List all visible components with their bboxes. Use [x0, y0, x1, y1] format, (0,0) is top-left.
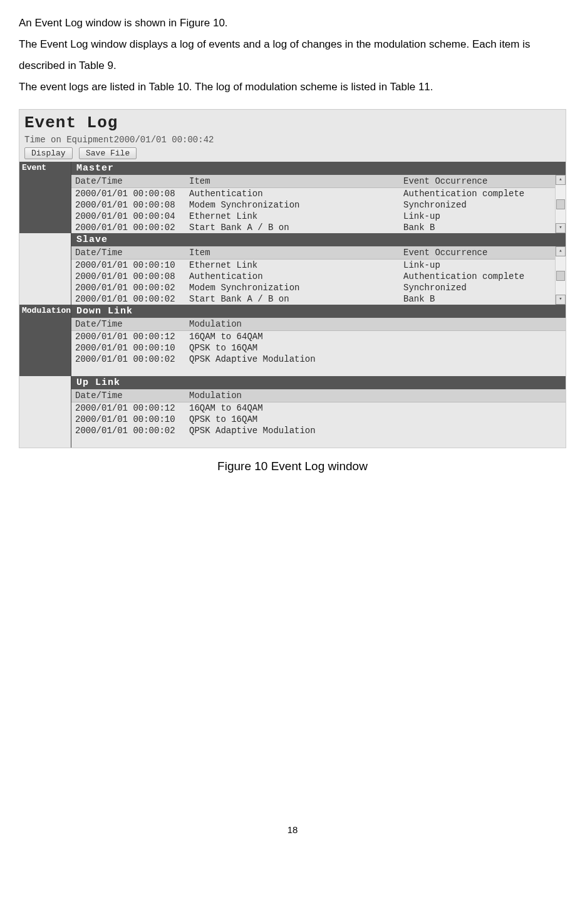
- table-row: 2000/01/01 00:00:10QPSK to 16QAM: [71, 414, 566, 425]
- col-event-occurrence: Event Occurrence: [400, 175, 555, 188]
- table-row: 2000/01/01 00:00:02QPSK Adaptive Modulat…: [71, 425, 566, 436]
- table-row: 2000/01/01 00:00:02Start Bank A / B onBa…: [71, 222, 555, 233]
- master-table: Date/Time Item Event Occurrence 2000/01/…: [71, 175, 555, 233]
- window-title: Event Log: [19, 110, 566, 134]
- col-modulation: Modulation: [185, 318, 566, 331]
- scroll-up-icon[interactable]: ▴: [556, 246, 566, 256]
- col-event-occurrence: Event Occurrence: [400, 246, 555, 260]
- scrollbar[interactable]: ▴ ▾: [555, 246, 566, 305]
- table-row: 2000/01/01 00:00:02Modem Synchronization…: [71, 282, 555, 293]
- col-datetime: Date/Time: [71, 318, 185, 331]
- intro-line-2: The Event Log window displays a log of e…: [19, 38, 530, 71]
- uplink-table: Date/Time Modulation 2000/01/01 00:00:12…: [71, 389, 566, 436]
- downlink-table: Date/Time Modulation 2000/01/01 00:00:12…: [71, 318, 566, 365]
- side-label-blank: [19, 233, 71, 305]
- save-file-button[interactable]: Save File: [79, 147, 137, 159]
- table-row: 2000/01/01 00:00:08Modem Synchronization…: [71, 199, 555, 211]
- col-modulation: Modulation: [185, 389, 566, 402]
- equipment-time: Time on Equipment2000/01/01 00:00:42: [19, 134, 566, 147]
- col-datetime: Date/Time: [71, 175, 185, 188]
- table-row: 2000/01/01 00:00:10QPSK to 16QAM: [71, 342, 566, 354]
- table-row: 2000/01/01 00:00:08AuthenticationAuthent…: [71, 271, 555, 282]
- intro-line-3: The event logs are listed in Table 10. T…: [19, 81, 433, 93]
- table-row: 2000/01/01 00:00:02Start Bank A / B onBa…: [71, 293, 555, 305]
- col-item: Item: [185, 246, 400, 260]
- table-row: 2000/01/01 00:00:10Ethernet LinkLink-up: [71, 260, 555, 271]
- side-label-modulation: Modulation: [19, 305, 71, 376]
- scroll-down-icon[interactable]: ▾: [556, 295, 566, 305]
- col-datetime: Date/Time: [71, 389, 185, 402]
- col-datetime: Date/Time: [71, 246, 185, 260]
- table-row: 2000/01/01 00:00:1216QAM to 64QAM: [71, 402, 566, 414]
- table-row: 2000/01/01 00:00:08AuthenticationAuthent…: [71, 188, 555, 200]
- time-label: Time on Equipment: [24, 135, 114, 145]
- scroll-up-icon[interactable]: ▴: [556, 175, 566, 185]
- event-log-figure: Event Log Time on Equipment2000/01/01 00…: [19, 109, 566, 448]
- figure-caption: Figure 10 Event Log window: [19, 459, 566, 473]
- table-row: 2000/01/01 00:00:1216QAM to 64QAM: [71, 331, 566, 343]
- scroll-down-icon[interactable]: ▾: [556, 223, 566, 233]
- intro-line-1: An Event Log window is shown in Figure 1…: [19, 17, 228, 29]
- group-header-master: Master: [71, 162, 566, 175]
- intro-paragraph: An Event Log window is shown in Figure 1…: [19, 13, 566, 98]
- side-label-blank: [19, 376, 71, 448]
- table-row: 2000/01/01 00:00:02QPSK Adaptive Modulat…: [71, 354, 566, 365]
- display-button[interactable]: Display: [24, 147, 73, 159]
- col-item: Item: [185, 175, 400, 188]
- table-row: 2000/01/01 00:00:04Ethernet LinkLink-up: [71, 211, 555, 222]
- side-label-event: Event: [19, 162, 71, 233]
- group-header-slave: Slave: [71, 233, 566, 246]
- group-header-uplink: Up Link: [71, 376, 566, 389]
- page-number: 18: [19, 824, 566, 835]
- slave-table: Date/Time Item Event Occurrence 2000/01/…: [71, 246, 555, 305]
- scroll-thumb[interactable]: [556, 199, 565, 209]
- group-header-downlink: Down Link: [71, 305, 566, 318]
- scroll-thumb[interactable]: [556, 271, 565, 281]
- time-value: 2000/01/01 00:00:42: [114, 135, 214, 145]
- scrollbar[interactable]: ▴ ▾: [555, 175, 566, 233]
